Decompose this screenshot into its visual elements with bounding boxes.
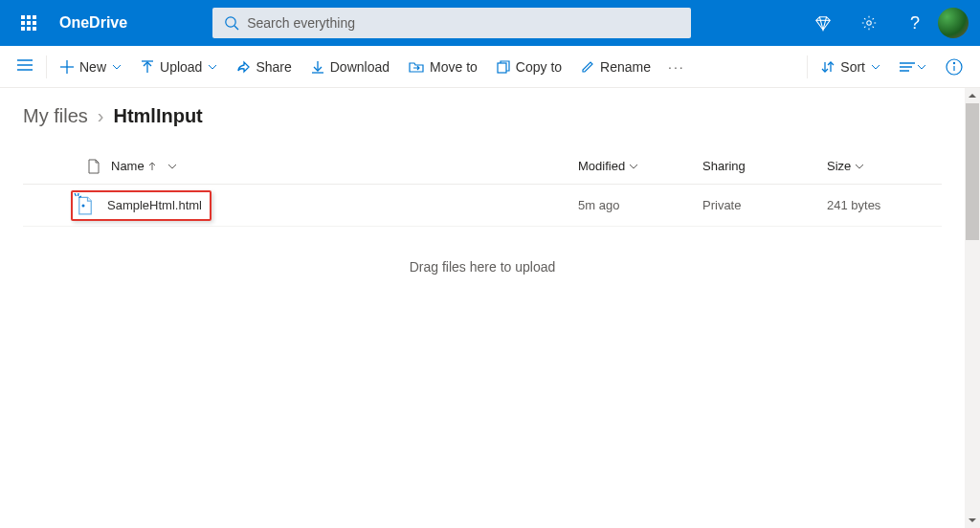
file-list: Name Modified Sharing Size xyxy=(23,148,942,307)
vertical-scrollbar[interactable] xyxy=(965,88,980,528)
table-row[interactable]: SampleHtml.html 5m ago Private 241 bytes xyxy=(23,185,942,227)
chevron-down-icon[interactable] xyxy=(167,162,177,171)
brand-title: OneDrive xyxy=(52,14,150,32)
col-modified-header[interactable]: Modified xyxy=(578,159,625,173)
plus-icon xyxy=(60,60,74,74)
search-icon xyxy=(224,15,239,31)
new-indicator-icon xyxy=(72,193,81,203)
search-input[interactable]: Search everything xyxy=(212,8,691,38)
download-label: Download xyxy=(330,59,390,75)
col-sharing-header[interactable]: Sharing xyxy=(702,159,746,173)
share-button[interactable]: Share xyxy=(227,52,301,82)
new-label: New xyxy=(79,59,106,75)
col-size-header[interactable]: Size xyxy=(827,159,851,173)
chevron-down-icon[interactable] xyxy=(629,162,638,171)
col-name-header[interactable]: Name xyxy=(111,159,145,173)
upload-button[interactable]: Upload xyxy=(131,52,227,82)
upload-label: Upload xyxy=(160,59,202,75)
chevron-down-icon xyxy=(917,62,926,72)
download-button[interactable]: Download xyxy=(301,52,399,82)
share-icon xyxy=(236,60,250,74)
upload-icon xyxy=(141,60,154,74)
moveto-icon xyxy=(409,60,424,74)
chevron-down-icon xyxy=(871,62,880,72)
more-button[interactable]: ··· xyxy=(660,59,693,75)
chevron-down-icon[interactable] xyxy=(855,162,864,171)
file-type-column-icon[interactable] xyxy=(87,159,100,174)
scroll-up-arrow[interactable] xyxy=(965,88,980,103)
download-icon xyxy=(311,60,324,74)
info-icon xyxy=(946,58,963,76)
info-button[interactable] xyxy=(936,52,972,82)
file-size: 241 bytes xyxy=(827,198,880,212)
moveto-label: Move to xyxy=(430,59,478,75)
breadcrumb-root[interactable]: My files xyxy=(23,105,88,127)
svg-point-2 xyxy=(867,21,872,26)
copyto-button[interactable]: Copy to xyxy=(487,52,571,82)
table-header: Name Modified Sharing Size xyxy=(23,148,942,185)
nav-toggle-icon[interactable] xyxy=(8,58,42,75)
search-placeholder: Search everything xyxy=(247,15,355,31)
file-sharing: Private xyxy=(702,198,741,212)
sort-icon xyxy=(821,60,835,74)
sort-button[interactable]: Sort xyxy=(812,52,890,82)
settings-icon[interactable] xyxy=(846,0,892,46)
svg-line-1 xyxy=(234,26,238,30)
drag-upload-hint: Drag files here to upload xyxy=(23,227,942,307)
breadcrumb-separator: › xyxy=(98,105,104,127)
copyto-icon xyxy=(497,60,510,74)
command-bar: New Upload Share Download Move to Copy t… xyxy=(0,46,980,88)
svg-point-0 xyxy=(226,17,235,27)
file-modified: 5m ago xyxy=(578,198,619,212)
view-button[interactable] xyxy=(890,52,936,82)
new-button[interactable]: New xyxy=(51,52,131,82)
chevron-down-icon xyxy=(208,62,217,72)
file-name[interactable]: SampleHtml.html xyxy=(107,198,202,212)
user-avatar[interactable] xyxy=(938,8,969,38)
copyto-label: Copy to xyxy=(516,59,562,75)
sort-asc-icon xyxy=(148,162,156,171)
svg-point-22 xyxy=(82,204,85,207)
sort-label: Sort xyxy=(840,59,865,75)
svg-point-20 xyxy=(953,62,954,63)
scroll-down-arrow[interactable] xyxy=(965,513,980,528)
premium-icon[interactable] xyxy=(800,0,846,46)
svg-rect-12 xyxy=(498,63,506,73)
share-label: Share xyxy=(256,59,291,75)
breadcrumb-current: HtmlInput xyxy=(113,105,202,127)
moveto-button[interactable]: Move to xyxy=(399,52,487,82)
scroll-thumb[interactable] xyxy=(966,103,979,240)
app-launcher-icon[interactable] xyxy=(6,0,52,46)
help-icon[interactable]: ? xyxy=(892,0,938,46)
list-view-icon xyxy=(900,61,915,73)
rename-button[interactable]: Rename xyxy=(571,52,660,82)
selected-file-highlight: SampleHtml.html xyxy=(71,190,212,221)
app-header: OneDrive Search everything ? xyxy=(0,0,980,46)
breadcrumb: My files › HtmlInput xyxy=(23,105,957,127)
chevron-down-icon xyxy=(112,62,122,72)
rename-icon xyxy=(581,60,594,74)
rename-label: Rename xyxy=(600,59,651,75)
html-file-icon xyxy=(77,196,94,215)
